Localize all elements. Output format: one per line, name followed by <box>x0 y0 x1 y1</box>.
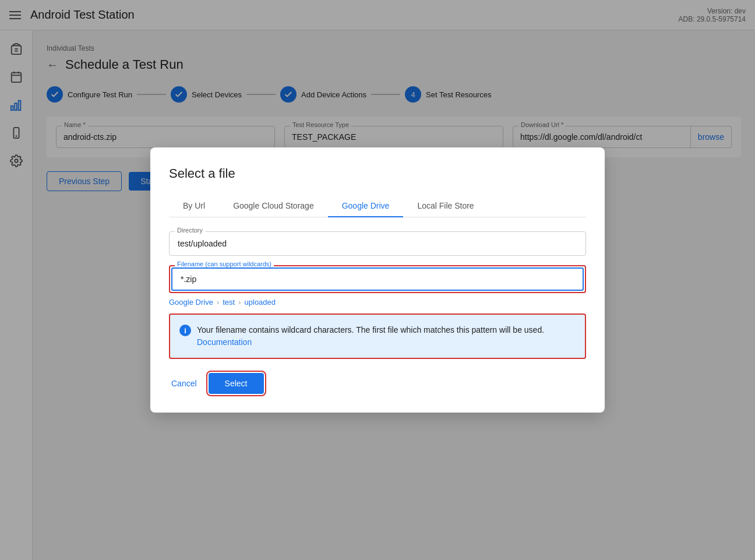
modal-cancel-button[interactable]: Cancel <box>169 374 199 393</box>
path-uploaded[interactable]: uploaded <box>245 298 276 307</box>
modal: Select a file By Url Google Cloud Storag… <box>150 147 605 413</box>
path-sep-2: › <box>238 298 241 307</box>
info-text: Your filename contains wildcard characte… <box>197 324 576 348</box>
path-test[interactable]: test <box>223 298 235 307</box>
directory-field: Directory <box>169 231 586 256</box>
modal-title: Select a file <box>169 166 586 181</box>
info-icon: i <box>179 325 191 336</box>
tab-by-url[interactable]: By Url <box>169 195 219 217</box>
filename-outer-border <box>169 265 586 293</box>
modal-actions: Cancel Select <box>169 373 586 394</box>
tab-google-cloud-storage[interactable]: Google Cloud Storage <box>219 195 328 217</box>
filename-input[interactable] <box>172 269 583 290</box>
tab-google-drive[interactable]: Google Drive <box>328 195 404 217</box>
modal-overlay: Select a file By Url Google Cloud Storag… <box>0 0 755 560</box>
modal-tabs: By Url Google Cloud Storage Google Drive… <box>169 195 586 217</box>
directory-input[interactable] <box>169 231 586 256</box>
path-breadcrumb: Google Drive › test › uploaded <box>169 298 586 307</box>
documentation-link[interactable]: Documentation <box>197 337 252 347</box>
filename-label: Filename (can support wildcards) <box>175 260 274 267</box>
info-box: i Your filename contains wildcard charac… <box>169 314 586 359</box>
path-google-drive[interactable]: Google Drive <box>169 298 213 307</box>
path-sep-1: › <box>217 298 219 307</box>
tab-local-file-store[interactable]: Local File Store <box>403 195 488 217</box>
directory-label: Directory <box>175 227 205 234</box>
filename-inner-border <box>171 267 584 291</box>
modal-select-button[interactable]: Select <box>209 373 264 394</box>
filename-field-wrapper: Filename (can support wildcards) <box>169 265 586 293</box>
